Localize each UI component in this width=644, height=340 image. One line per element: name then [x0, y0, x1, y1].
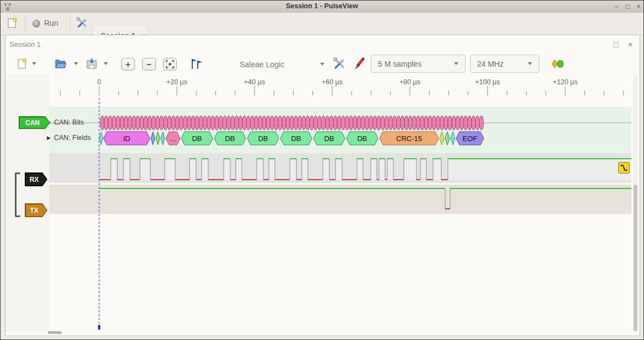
window-title: Session 1 - PulseView [1, 2, 643, 10]
can-tag-label: CAN [25, 119, 44, 127]
channel-group-bracket [15, 172, 20, 217]
sample-rate-value: 24 MHz [477, 60, 504, 68]
close-icon[interactable]: × [634, 2, 643, 11]
subwindow-close-icon[interactable]: × [625, 40, 635, 50]
rx-signal-row[interactable] [49, 153, 631, 183]
flag-markers-icon[interactable] [188, 57, 203, 71]
zoom-out-button[interactable]: − [142, 58, 156, 71]
sample-count-value: 5 M samples [378, 60, 421, 68]
subwindow-title: Session 1 [9, 40, 41, 48]
pulseview-window: Session 1 - PulseView − □ × Run Session … [0, 0, 644, 340]
open-dropdown-icon[interactable] [74, 62, 78, 65]
can-bits-row-label[interactable]: CAN: Bits [54, 118, 84, 126]
sample-count-select[interactable]: 5 M samples [371, 55, 466, 73]
tx-tag-label: TX [30, 207, 42, 214]
save-dropdown-icon[interactable] [104, 62, 108, 65]
tx-channel-tag-fill: TX [26, 204, 47, 217]
titlebar[interactable]: Session 1 - PulseView − □ × [1, 1, 643, 13]
can-decoder-tag-fill: CAN [20, 117, 50, 128]
rx-channel-tag-fill: RX [26, 174, 47, 186]
toolbar-separator [70, 16, 71, 31]
zoom-fit-button[interactable] [163, 58, 177, 71]
can-decoder-row[interactable] [49, 107, 631, 154]
run-button[interactable]: Run [44, 19, 58, 28]
save-file-icon[interactable] [85, 58, 99, 70]
channels-config-icon[interactable] [333, 57, 346, 71]
sample-count-dropdown-icon [454, 62, 458, 65]
probe-icon[interactable] [353, 57, 365, 71]
new-view-icon[interactable] [16, 58, 28, 70]
can-decoder-tag[interactable]: CAN [19, 116, 50, 129]
sample-rate-dropdown-icon [528, 62, 532, 65]
expand-arrow-icon[interactable]: ▶ [47, 135, 51, 141]
tx-signal-row[interactable] [49, 185, 631, 214]
maximize-icon[interactable]: □ [623, 2, 632, 11]
zoom-in-button[interactable]: + [121, 58, 135, 71]
main-toolbar: Run Session 1 × [1, 13, 643, 35]
open-file-icon[interactable] [54, 58, 67, 70]
falling-edge-icon [619, 163, 629, 172]
toolbar-separator [25, 16, 25, 31]
device-selector[interactable]: Saleae Logic [240, 60, 284, 69]
subwindow-maximize-icon[interactable]: □ [611, 40, 621, 50]
run-status-icon [33, 20, 40, 28]
zoom-fit-icon [166, 60, 174, 68]
settings-icon[interactable] [76, 17, 88, 29]
device-dropdown-icon[interactable] [320, 63, 324, 66]
vertical-scrollbar-thumb[interactable] [634, 185, 637, 331]
minimize-icon[interactable]: − [612, 2, 621, 11]
rx-tag-label: RX [30, 176, 43, 184]
horizontal-scrollbar-thumb[interactable] [48, 331, 62, 334]
add-decoder-icon[interactable] [550, 59, 565, 69]
trigger-marker[interactable] [618, 162, 630, 174]
new-session-icon[interactable] [6, 17, 18, 29]
can-fields-row-label[interactable]: CAN: Fields [54, 134, 91, 142]
new-view-dropdown-icon[interactable] [32, 62, 36, 65]
sample-rate-select[interactable]: 24 MHz [470, 55, 539, 73]
